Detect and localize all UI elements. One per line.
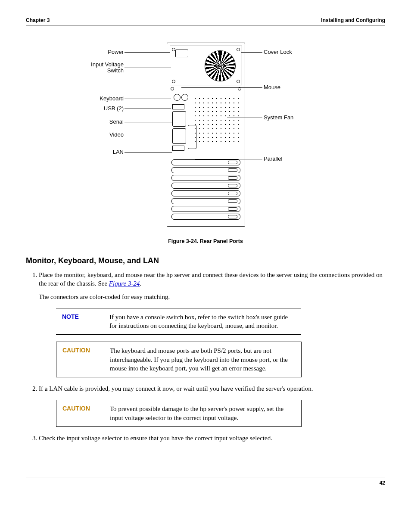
step-1-extra: The connectors are color-coded for easy … — [39, 292, 385, 301]
step-3-text: Check the input voltage selector to ensu… — [39, 435, 272, 442]
label-power: Power — [85, 49, 124, 55]
caution-label-1: CAUTION — [62, 346, 97, 373]
caution-text-2: To prevent possible damage to the hp ser… — [110, 404, 295, 422]
header-right: Installing and Configuring — [321, 17, 385, 23]
step-1-text-a: Place the monitor, keyboard, and mouse n… — [39, 271, 383, 287]
step-2-text: If a LAN cable is provided, you may conn… — [39, 385, 313, 392]
label-serial: Serial — [85, 118, 124, 125]
page-number: 42 — [380, 480, 385, 486]
step-2: If a LAN cable is provided, you may conn… — [39, 384, 385, 427]
label-input-voltage: Input VoltageSwitch — [85, 62, 124, 74]
note-label: NOTE — [62, 313, 97, 330]
note-text: If you have a console switch box, refer … — [109, 313, 295, 330]
caution-box-2: CAUTION To prevent possible damage to th… — [56, 400, 302, 427]
label-mouse: Mouse — [264, 84, 280, 90]
label-lan: LAN — [85, 149, 124, 155]
page-footer: 42 — [26, 477, 385, 486]
label-cover-lock: Cover Lock — [264, 49, 292, 55]
label-video: Video — [85, 131, 124, 138]
page-header: Chapter 3 Installing and Configuring — [26, 17, 385, 25]
figure-rear-panel: Power Input VoltageSwitch Keyboard USB (… — [26, 43, 385, 244]
step-1: Place the monitor, keyboard, and mouse n… — [39, 271, 385, 377]
figure-caption: Figure 3-24. Rear Panel Ports — [26, 238, 385, 244]
section-heading: Monitor, Keyboard, Mouse, and LAN — [26, 256, 385, 265]
step-1-text-b: . — [140, 280, 141, 287]
chassis-outline — [167, 43, 245, 227]
step-3: Check the input voltage selector to ensu… — [39, 434, 385, 442]
header-left: Chapter 3 — [26, 17, 50, 23]
note-box: NOTE If you have a console switch box, r… — [56, 308, 301, 335]
figure-reference-link[interactable]: Figure 3-24 — [109, 280, 140, 287]
label-parallel: Parallel — [264, 156, 282, 162]
procedure-list: Place the monitor, keyboard, and mouse n… — [39, 271, 385, 442]
label-keyboard: Keyboard — [85, 95, 124, 102]
caution-box-1: CAUTION The keyboard and mouse ports are… — [56, 342, 302, 377]
label-usb: USB (2) — [85, 105, 124, 112]
label-system-fan: System Fan — [264, 114, 293, 121]
caution-text-1: The keyboard and mouse ports are both PS… — [110, 346, 295, 373]
caution-label-2: CAUTION — [62, 404, 97, 422]
